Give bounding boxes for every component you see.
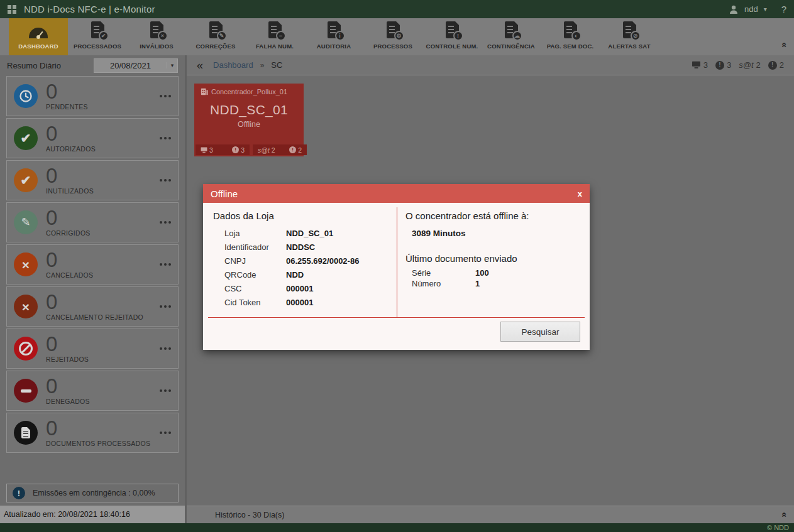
doc-cloud-icon: ☁: [505, 21, 518, 38]
exclamation-icon: !: [289, 146, 296, 153]
card-inutilizados[interactable]: ✔ 0INUTILIZADOS: [6, 160, 179, 200]
card-pendentes[interactable]: 0PENDENTES: [6, 76, 179, 116]
summary-title: Resumo Diário: [7, 61, 61, 70]
contingency-text: Emissões em contingência : 0,00%: [33, 489, 155, 497]
alert-count-badge: ! 3: [715, 60, 731, 70]
last-doc-heading: Último documento enviado: [405, 253, 578, 264]
divider: [208, 317, 585, 318]
sat-count-badge: s@t 2: [739, 60, 761, 70]
toolbar-collapse-icon[interactable]: »: [777, 42, 788, 47]
card-cancelados[interactable]: × 0CANCELADOS: [6, 244, 179, 285]
minus-circle-icon: [14, 379, 38, 403]
toolbar-item-alertas-sat[interactable]: ⊘ ALERTAS SAT: [600, 18, 659, 55]
more-options-icon[interactable]: [160, 179, 171, 182]
document-icon: [14, 421, 38, 445]
search-button[interactable]: Pesquisar: [500, 322, 580, 342]
app-grid-icon: [8, 5, 16, 14]
more-options-icon[interactable]: [160, 95, 171, 97]
card-rejeitados[interactable]: 0REJEITADOS: [6, 328, 179, 369]
toolbar-item-auditoria[interactable]: i AUDITORIA: [304, 18, 363, 55]
toolbar-item-falha-num[interactable]: − FALHA NUM.: [245, 18, 304, 55]
date-picker[interactable]: 20/08/2021 ▾: [94, 58, 178, 73]
more-options-icon[interactable]: [160, 347, 171, 350]
toolbar-item-invalidos[interactable]: × INVÁLIDOS: [127, 18, 186, 55]
history-bar: Histórico - 30 Dia(s) »: [187, 506, 794, 523]
toolbar-item-correcoes[interactable]: ✎ CORREÇÕES: [186, 18, 245, 55]
more-options-icon[interactable]: [160, 137, 171, 139]
card-cancelamento-rejeitado[interactable]: × 0CANCELAMENTO REJEITADO: [6, 286, 179, 327]
last-updated-text: Atualizado em: 20/08/2021 18:40:16: [4, 510, 130, 519]
doc-alert-icon: !: [446, 21, 459, 38]
prohibited-icon: [14, 337, 38, 361]
tile-status: Offline: [194, 120, 304, 129]
offline-minutes: 3089 Minutos: [412, 229, 578, 238]
last-doc-row: Número1: [405, 278, 578, 289]
clock-icon: [14, 84, 38, 108]
card-documentos-processados[interactable]: 0DOCUMENTOS PROCESSADOS: [6, 413, 179, 453]
exclamation-icon: !: [768, 61, 777, 70]
dialog-header[interactable]: Offline x: [203, 184, 590, 203]
history-label: Histórico - 30 Dia(s): [215, 511, 284, 519]
exclamation-icon: !: [232, 146, 239, 153]
doc-x-icon: ×: [150, 21, 163, 38]
more-options-icon[interactable]: [160, 221, 171, 224]
store-row: LojaNDD_SC_01: [213, 226, 392, 240]
breadcrumb-link-dashboard[interactable]: Dashboard: [213, 60, 253, 70]
help-button[interactable]: ?: [781, 4, 786, 14]
card-denegados[interactable]: 0DENEGADOS: [6, 371, 179, 411]
exclamation-icon: !: [13, 487, 25, 499]
dialog-title: Offline: [211, 188, 238, 199]
card-autorizados[interactable]: ✔ 0AUTORIZADOS: [6, 118, 179, 158]
tile-badge-right: s@t2 !2: [253, 144, 307, 155]
pencil-icon: ✎: [14, 210, 38, 234]
store-row: Cid Token000001: [213, 295, 392, 309]
store-row: QRCodeNDD: [213, 268, 392, 281]
last-updated-bar: Atualizado em: 20/08/2021 18:40:16: [0, 506, 185, 523]
toolbar-item-processos[interactable]: ⚙ PROCESSOS: [363, 18, 422, 55]
e-monitor-app: NDD i-Docs NFC-e | e-Monitor ndd ▾ ? DAS…: [0, 0, 794, 532]
doc-info-icon: i: [328, 21, 341, 38]
concentrator-tile-offline[interactable]: Concentrador_Pollux_01 NDD_SC_01 Offline…: [194, 84, 304, 156]
chevron-down-icon[interactable]: ▾: [764, 6, 767, 13]
user-avatar-icon: [729, 4, 739, 14]
tile-group-name: Concentrador_Pollux_01: [211, 88, 287, 95]
gauge-icon: [29, 28, 48, 38]
server-icon: [201, 88, 208, 95]
store-row: IdentificadorNDDSC: [213, 240, 392, 254]
toolbar-item-pag-sem-doc[interactable]: ◐ PAG. SEM DOC.: [541, 18, 600, 55]
last-doc-row: Série100: [405, 268, 578, 278]
back-chevrons-icon[interactable]: «: [197, 60, 203, 71]
more-options-icon[interactable]: [160, 432, 171, 434]
toolbar-item-controle-num[interactable]: ! CONTROLE NUM.: [422, 18, 482, 55]
x-circle-icon: ×: [14, 295, 38, 318]
divider: [397, 207, 397, 317]
more-options-icon[interactable]: [160, 263, 171, 266]
history-collapse-icon[interactable]: »: [777, 512, 788, 517]
close-icon[interactable]: x: [578, 189, 582, 198]
doc-gear-icon: ⚙: [387, 21, 400, 38]
date-value: 20/08/2021: [94, 61, 167, 70]
tile-badge-left: 3 !3: [196, 144, 250, 155]
doc-check-icon: ✔: [91, 21, 104, 38]
breadcrumb-separator: »: [260, 61, 265, 70]
status-badges: 3 ! 3 s@t 2 ! 2: [692, 60, 784, 70]
offline-dialog: Offline x Dados da Loja LojaNDD_SC_01 Id…: [203, 184, 590, 350]
contingency-box: ! Emissões em contingência : 0,00%: [6, 484, 179, 502]
check-warning-icon: ✔: [14, 168, 38, 192]
toolbar-item-dashboard[interactable]: DASHBOARD: [9, 18, 68, 55]
summary-sidebar: Resumo Diário 20/08/2021 ▾ 0PENDENTES ✔ …: [0, 55, 187, 523]
footer-bar: © NDD: [0, 523, 794, 532]
user-menu[interactable]: ndd: [744, 4, 758, 14]
breadcrumb: « Dashboard » SC 3 ! 3 s@t 2: [187, 55, 794, 75]
x-circle-icon: ×: [14, 252, 38, 276]
more-options-icon[interactable]: [160, 389, 171, 392]
error-count-badge: ! 2: [768, 60, 784, 70]
monitor-count-badge: 3: [692, 60, 708, 70]
more-options-icon[interactable]: [160, 305, 171, 308]
main-toolbar: DASHBOARD ✔ PROCESSADOS × INVÁLIDOS ✎ CO…: [0, 18, 794, 55]
toolbar-item-processados[interactable]: ✔ PROCESSADOS: [68, 18, 127, 55]
monitor-icon: [201, 147, 207, 153]
card-corrigidos[interactable]: ✎ 0CORRIGIDOS: [6, 202, 179, 242]
exclamation-icon: !: [715, 61, 724, 70]
toolbar-item-contingencia[interactable]: ☁ CONTINGÊNCIA: [482, 18, 541, 55]
